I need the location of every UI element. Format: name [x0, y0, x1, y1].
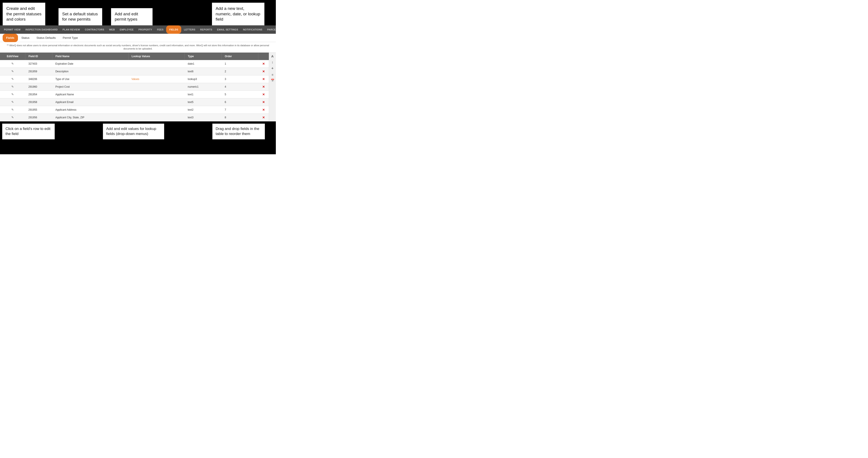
field-name-cell: Applicant Name [52, 90, 128, 98]
table-row[interactable]: ✎291958Applicant Emailtext56✕ [0, 98, 269, 106]
nav-plan-review[interactable]: PLAN REVIEW [60, 25, 82, 34]
lookup-values-cell [128, 60, 185, 68]
field-name-cell: Description [52, 67, 128, 75]
table-row[interactable]: ✎327403Expiration Datedate11✕ [0, 60, 269, 68]
edit-row-icon[interactable]: ✎ [11, 70, 14, 73]
subnav-status-defaults[interactable]: Status Defaults [33, 34, 59, 42]
nav-email-settings[interactable]: EMAIL SETTINGS [215, 25, 240, 34]
order-cell: 2 [221, 67, 258, 75]
lookup-link[interactable]: Values [131, 78, 140, 81]
fields-table: Edit/View Field ID Field Name Lookup Val… [0, 53, 269, 121]
lookup-values-cell [128, 98, 185, 106]
table-row[interactable]: ✎291959Descriptiontext62✕ [0, 67, 269, 75]
order-cell: 8 [221, 114, 258, 121]
type-cell: lookup3 [185, 75, 222, 83]
annotation-bottom-row: Click on a field's row to edit the field… [0, 121, 276, 154]
delete-row-icon[interactable]: ✕ [262, 77, 265, 81]
lookup-values-cell[interactable]: Values [128, 75, 185, 83]
sidebar-sort-icon[interactable]: ↕ [272, 60, 273, 64]
type-cell: text2 [185, 106, 222, 114]
col-lookup-values: Lookup Values [128, 53, 185, 60]
edit-row-icon[interactable]: ✎ [11, 93, 14, 96]
annotation-top-row: Create and edit the permit statuses and … [0, 0, 276, 25]
fields-table-area: Edit/View Field ID Field Name Lookup Val… [0, 53, 269, 121]
delete-row-icon[interactable]: ✕ [262, 108, 265, 112]
nav-permit-view[interactable]: PERMIT VIEW [2, 25, 23, 34]
table-row[interactable]: ✎291956Applicant City, State, ZIPtext38✕ [0, 114, 269, 121]
nav-contractors[interactable]: CONTRACTORS [83, 25, 106, 34]
annotation-bottom-right: Drag and drop fields in the table to reo… [212, 123, 265, 139]
col-delete [258, 53, 269, 60]
type-cell: text5 [185, 98, 222, 106]
order-cell: 4 [221, 83, 258, 90]
annotation-top-left: Create and edit the permit statuses and … [3, 3, 45, 25]
field-name-cell: Applicant City, State, ZIP [52, 114, 128, 121]
sidebar-add-icon[interactable]: + [271, 66, 274, 71]
delete-row-icon[interactable]: ✕ [262, 116, 265, 119]
nav-reports[interactable]: REPORTS [198, 25, 214, 34]
nav-employee[interactable]: EMPLOYEE [118, 25, 136, 34]
nav-notifications[interactable]: NOTIFICATIONS [241, 25, 265, 34]
sidebar-text-icon[interactable]: A [271, 54, 274, 58]
field-id-cell: 327403 [25, 60, 52, 68]
nav-fees[interactable]: FEES [155, 25, 166, 34]
nav-web[interactable]: WEB [107, 25, 117, 34]
edit-row-icon[interactable]: ✎ [11, 116, 14, 119]
nav-property[interactable]: PROPERTY [136, 25, 154, 34]
edit-row-icon[interactable]: ✎ [11, 62, 14, 65]
field-id-cell: 291956 [25, 114, 52, 121]
delete-row-icon[interactable]: ✕ [262, 93, 265, 96]
field-name-cell: Project Cost [52, 83, 128, 90]
edit-row-icon[interactable]: ✎ [11, 77, 14, 81]
field-id-cell: 291958 [25, 98, 52, 106]
warning-text: ** iWorQ does not allow users to store p… [0, 42, 276, 53]
annotation-top-center2: Add and edit permit types [111, 8, 153, 25]
order-cell: 7 [221, 106, 258, 114]
nav-letters[interactable]: LETTERS [182, 25, 197, 34]
annotation-bottom-center: Add and edit values for lookup fields (d… [103, 123, 164, 139]
annotation-top-right: Add a new text, numeric, date, or lookup… [212, 3, 265, 25]
col-field-id: Field ID [25, 53, 52, 60]
edit-row-icon[interactable]: ✎ [11, 108, 14, 111]
sidebar-list-icon[interactable]: ≡ [272, 73, 273, 77]
nav-inspection-dashboard[interactable]: INSPECTION DASHBOARD [23, 25, 60, 34]
edit-row-icon[interactable]: ✎ [11, 85, 14, 88]
type-cell: text1 [185, 90, 222, 98]
delete-row-icon[interactable]: ✕ [262, 70, 265, 73]
field-name-cell: Type of Use [52, 75, 128, 83]
right-sidebar: A ↕ + ≡ 📅 [269, 53, 276, 121]
subnav-permit-type[interactable]: Permit Type [59, 34, 82, 42]
lookup-values-cell [128, 83, 185, 90]
order-cell: 5 [221, 90, 258, 98]
annotation-bottom-left: Click on a field's row to edit the field [2, 123, 55, 139]
lookup-values-cell [128, 114, 185, 121]
table-row[interactable]: ✎291955Applicant Addresstext27✕ [0, 106, 269, 114]
delete-row-icon[interactable]: ✕ [262, 101, 265, 104]
table-row[interactable]: ✎348206Type of UseValueslookup33✕ [0, 75, 269, 83]
main-layout: Edit/View Field ID Field Name Lookup Val… [0, 53, 276, 121]
field-id-cell: 291959 [25, 67, 52, 75]
field-id-cell: 348206 [25, 75, 52, 83]
subnav-fields[interactable]: Fields [3, 34, 18, 42]
col-order: Order [221, 53, 258, 60]
table-row[interactable]: ✎291954Applicant Nametext15✕ [0, 90, 269, 98]
delete-row-icon[interactable]: ✕ [262, 62, 265, 65]
order-cell: 1 [221, 60, 258, 68]
edit-row-icon[interactable]: ✎ [11, 101, 14, 104]
sidebar-calendar-icon[interactable]: 📅 [271, 79, 274, 82]
sub-nav: Fields Status Status Defaults Permit Typ… [0, 34, 276, 42]
annotation-top-center: Set a default status for new permits [58, 8, 102, 25]
field-name-cell: Applicant Address [52, 106, 128, 114]
nav-fields[interactable]: FIELDS [166, 25, 181, 34]
order-cell: 6 [221, 98, 258, 106]
nav-parcel-map[interactable]: PARCEL MAP [265, 25, 276, 34]
field-id-cell: 291955 [25, 106, 52, 114]
delete-row-icon[interactable]: ✕ [262, 85, 265, 89]
order-cell: 3 [221, 75, 258, 83]
field-id-cell: 291954 [25, 90, 52, 98]
field-name-cell: Expiration Date [52, 60, 128, 68]
subnav-status[interactable]: Status [18, 34, 33, 42]
type-cell: numeric1 [185, 83, 222, 90]
table-row[interactable]: ✎291960Project Costnumeric14✕ [0, 83, 269, 90]
field-id-cell: 291960 [25, 83, 52, 90]
